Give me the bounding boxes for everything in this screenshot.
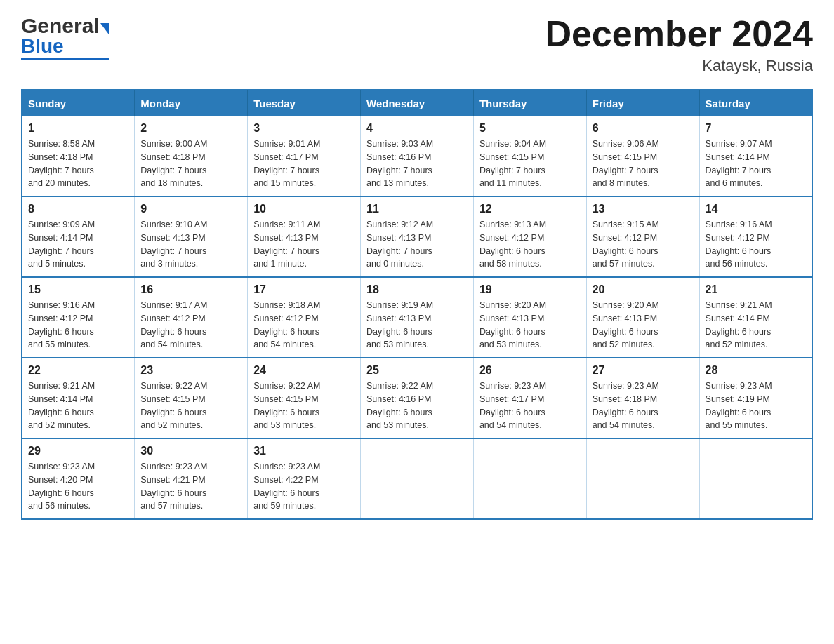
day-number: 24 bbox=[253, 364, 355, 377]
day-number: 11 bbox=[366, 203, 468, 215]
day-info: Sunrise: 9:07 AMSunset: 4:14 PMDaylight:… bbox=[706, 137, 806, 190]
calendar-cell: 11Sunrise: 9:12 AMSunset: 4:13 PMDayligh… bbox=[361, 196, 474, 277]
title-section: December 2024 Kataysk, Russia bbox=[545, 14, 813, 75]
day-number: 3 bbox=[253, 122, 355, 135]
day-info: Sunrise: 9:04 AMSunset: 4:15 PMDaylight:… bbox=[479, 137, 581, 190]
calendar-week-row: 8Sunrise: 9:09 AMSunset: 4:14 PMDaylight… bbox=[22, 196, 812, 277]
calendar-cell: 12Sunrise: 9:13 AMSunset: 4:12 PMDayligh… bbox=[473, 196, 586, 277]
day-number: 27 bbox=[593, 364, 694, 377]
calendar-cell: 25Sunrise: 9:22 AMSunset: 4:16 PMDayligh… bbox=[361, 358, 474, 438]
day-number: 30 bbox=[140, 445, 241, 457]
column-header-saturday: Saturday bbox=[699, 90, 812, 116]
calendar-week-row: 1Sunrise: 8:58 AMSunset: 4:18 PMDaylight… bbox=[22, 116, 812, 196]
calendar-cell: 15Sunrise: 9:16 AMSunset: 4:12 PMDayligh… bbox=[22, 277, 135, 358]
logo: General Blue bbox=[21, 14, 109, 60]
day-number: 2 bbox=[140, 122, 241, 135]
calendar-cell: 4Sunrise: 9:03 AMSunset: 4:16 PMDaylight… bbox=[361, 116, 474, 196]
day-number: 8 bbox=[28, 203, 128, 215]
day-number: 31 bbox=[253, 445, 355, 457]
day-number: 20 bbox=[593, 283, 694, 296]
day-number: 10 bbox=[253, 203, 355, 215]
logo-underline bbox=[21, 58, 109, 60]
day-number: 17 bbox=[253, 283, 355, 296]
page-header: General Blue December 2024 Kataysk, Russ… bbox=[21, 14, 813, 75]
logo-arrow-icon bbox=[100, 23, 109, 34]
day-info: Sunrise: 9:16 AMSunset: 4:12 PMDaylight:… bbox=[706, 218, 806, 271]
column-header-tuesday: Tuesday bbox=[248, 90, 361, 116]
day-info: Sunrise: 9:23 AMSunset: 4:22 PMDaylight:… bbox=[253, 460, 355, 513]
day-number: 5 bbox=[479, 122, 581, 135]
calendar-table: SundayMondayTuesdayWednesdayThursdayFrid… bbox=[21, 89, 813, 520]
day-info: Sunrise: 9:16 AMSunset: 4:12 PMDaylight:… bbox=[28, 299, 128, 351]
day-number: 21 bbox=[706, 283, 806, 296]
day-info: Sunrise: 8:58 AMSunset: 4:18 PMDaylight:… bbox=[28, 137, 128, 190]
day-number: 26 bbox=[479, 364, 581, 377]
calendar-cell: 2Sunrise: 9:00 AMSunset: 4:18 PMDaylight… bbox=[135, 116, 248, 196]
day-info: Sunrise: 9:17 AMSunset: 4:12 PMDaylight:… bbox=[140, 299, 241, 351]
day-number: 15 bbox=[28, 283, 128, 296]
day-info: Sunrise: 9:11 AMSunset: 4:13 PMDaylight:… bbox=[253, 218, 355, 271]
calendar-cell: 24Sunrise: 9:22 AMSunset: 4:15 PMDayligh… bbox=[248, 358, 361, 438]
logo-blue: Blue bbox=[21, 35, 64, 58]
day-number: 13 bbox=[593, 203, 694, 215]
day-number: 25 bbox=[366, 364, 468, 377]
day-number: 19 bbox=[479, 283, 581, 296]
calendar-cell: 22Sunrise: 9:21 AMSunset: 4:14 PMDayligh… bbox=[22, 358, 135, 438]
calendar-cell: 23Sunrise: 9:22 AMSunset: 4:15 PMDayligh… bbox=[135, 358, 248, 438]
day-info: Sunrise: 9:06 AMSunset: 4:15 PMDaylight:… bbox=[593, 137, 694, 190]
day-info: Sunrise: 9:22 AMSunset: 4:16 PMDaylight:… bbox=[366, 380, 468, 432]
day-number: 14 bbox=[706, 203, 806, 215]
calendar-cell: 18Sunrise: 9:19 AMSunset: 4:13 PMDayligh… bbox=[361, 277, 474, 358]
calendar-cell: 9Sunrise: 9:10 AMSunset: 4:13 PMDaylight… bbox=[135, 196, 248, 277]
calendar-cell: 3Sunrise: 9:01 AMSunset: 4:17 PMDaylight… bbox=[248, 116, 361, 196]
calendar-cell: 10Sunrise: 9:11 AMSunset: 4:13 PMDayligh… bbox=[248, 196, 361, 277]
calendar-cell bbox=[473, 438, 586, 519]
calendar-cell: 19Sunrise: 9:20 AMSunset: 4:13 PMDayligh… bbox=[473, 277, 586, 358]
day-number: 16 bbox=[140, 283, 241, 296]
location: Kataysk, Russia bbox=[545, 57, 813, 75]
column-header-thursday: Thursday bbox=[473, 90, 586, 116]
calendar-week-row: 15Sunrise: 9:16 AMSunset: 4:12 PMDayligh… bbox=[22, 277, 812, 358]
calendar-week-row: 29Sunrise: 9:23 AMSunset: 4:20 PMDayligh… bbox=[22, 438, 812, 519]
day-number: 1 bbox=[28, 122, 128, 135]
day-info: Sunrise: 9:23 AMSunset: 4:17 PMDaylight:… bbox=[479, 380, 581, 432]
day-info: Sunrise: 9:18 AMSunset: 4:12 PMDaylight:… bbox=[253, 299, 355, 351]
day-info: Sunrise: 9:01 AMSunset: 4:17 PMDaylight:… bbox=[253, 137, 355, 190]
day-info: Sunrise: 9:12 AMSunset: 4:13 PMDaylight:… bbox=[366, 218, 468, 271]
logo-general: General bbox=[21, 14, 100, 38]
day-info: Sunrise: 9:09 AMSunset: 4:14 PMDaylight:… bbox=[28, 218, 128, 271]
calendar-cell: 13Sunrise: 9:15 AMSunset: 4:12 PMDayligh… bbox=[586, 196, 699, 277]
column-header-monday: Monday bbox=[135, 90, 248, 116]
calendar-cell: 5Sunrise: 9:04 AMSunset: 4:15 PMDaylight… bbox=[473, 116, 586, 196]
day-info: Sunrise: 9:23 AMSunset: 4:21 PMDaylight:… bbox=[140, 460, 241, 513]
calendar-cell: 21Sunrise: 9:21 AMSunset: 4:14 PMDayligh… bbox=[699, 277, 812, 358]
day-info: Sunrise: 9:15 AMSunset: 4:12 PMDaylight:… bbox=[593, 218, 694, 271]
calendar-cell: 20Sunrise: 9:20 AMSunset: 4:13 PMDayligh… bbox=[586, 277, 699, 358]
calendar-cell: 16Sunrise: 9:17 AMSunset: 4:12 PMDayligh… bbox=[135, 277, 248, 358]
column-header-sunday: Sunday bbox=[22, 90, 135, 116]
calendar-cell: 27Sunrise: 9:23 AMSunset: 4:18 PMDayligh… bbox=[586, 358, 699, 438]
day-info: Sunrise: 9:20 AMSunset: 4:13 PMDaylight:… bbox=[479, 299, 581, 351]
day-number: 28 bbox=[706, 364, 806, 377]
calendar-cell bbox=[586, 438, 699, 519]
day-info: Sunrise: 9:21 AMSunset: 4:14 PMDaylight:… bbox=[706, 299, 806, 351]
day-info: Sunrise: 9:00 AMSunset: 4:18 PMDaylight:… bbox=[140, 137, 241, 190]
calendar-cell bbox=[361, 438, 474, 519]
day-number: 4 bbox=[366, 122, 468, 135]
calendar-cell bbox=[699, 438, 812, 519]
day-info: Sunrise: 9:19 AMSunset: 4:13 PMDaylight:… bbox=[366, 299, 468, 351]
day-number: 22 bbox=[28, 364, 128, 377]
calendar-cell: 14Sunrise: 9:16 AMSunset: 4:12 PMDayligh… bbox=[699, 196, 812, 277]
day-number: 23 bbox=[140, 364, 241, 377]
column-header-friday: Friday bbox=[586, 90, 699, 116]
day-info: Sunrise: 9:13 AMSunset: 4:12 PMDaylight:… bbox=[479, 218, 581, 271]
day-info: Sunrise: 9:22 AMSunset: 4:15 PMDaylight:… bbox=[140, 380, 241, 432]
calendar-cell: 1Sunrise: 8:58 AMSunset: 4:18 PMDaylight… bbox=[22, 116, 135, 196]
calendar-cell: 7Sunrise: 9:07 AMSunset: 4:14 PMDaylight… bbox=[699, 116, 812, 196]
calendar-cell: 26Sunrise: 9:23 AMSunset: 4:17 PMDayligh… bbox=[473, 358, 586, 438]
day-number: 9 bbox=[140, 203, 241, 215]
day-info: Sunrise: 9:03 AMSunset: 4:16 PMDaylight:… bbox=[366, 137, 468, 190]
calendar-cell: 17Sunrise: 9:18 AMSunset: 4:12 PMDayligh… bbox=[248, 277, 361, 358]
day-number: 6 bbox=[593, 122, 694, 135]
day-info: Sunrise: 9:21 AMSunset: 4:14 PMDaylight:… bbox=[28, 380, 128, 432]
